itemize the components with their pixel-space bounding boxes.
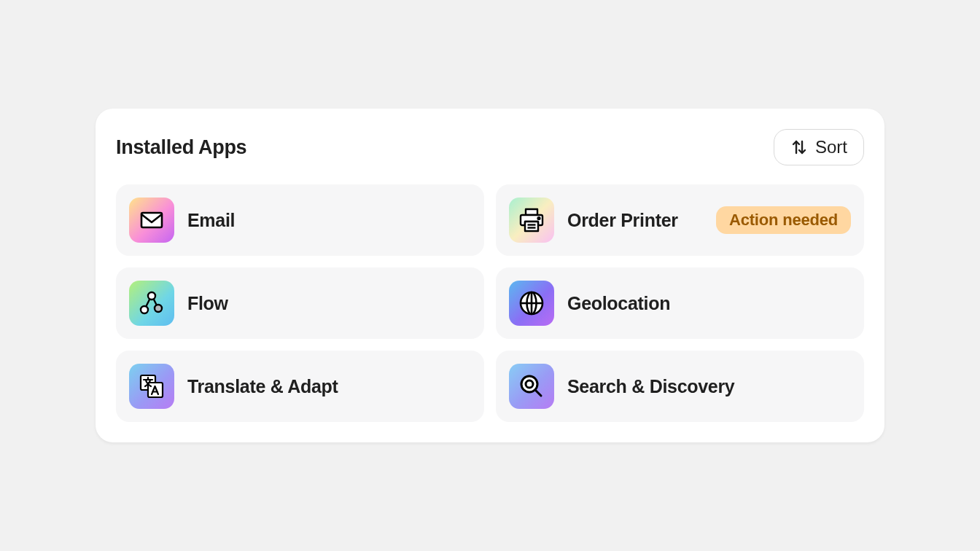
translate-icon	[129, 364, 174, 409]
svg-line-10	[154, 299, 158, 305]
svg-line-19	[536, 391, 542, 396]
app-item-flow[interactable]: Flow	[116, 267, 484, 339]
app-item-search-discovery[interactable]: Search & Discovery	[496, 351, 864, 422]
app-name: Translate & Adapt	[187, 376, 471, 397]
app-item-email[interactable]: Email	[116, 184, 484, 256]
svg-rect-1	[526, 209, 537, 215]
app-name: Search & Discovery	[567, 376, 851, 397]
svg-line-9	[146, 299, 150, 307]
svg-rect-16	[148, 383, 163, 397]
printer-icon	[509, 198, 554, 243]
status-badge: Action needed	[716, 206, 851, 234]
svg-point-3	[538, 217, 540, 219]
card-header: Installed Apps Sort	[116, 129, 864, 165]
app-item-translate-adapt[interactable]: Translate & Adapt	[116, 351, 484, 422]
svg-rect-2	[525, 222, 538, 231]
card-title: Installed Apps	[116, 136, 246, 159]
apps-grid: Email Order Printer Action needed	[116, 184, 864, 422]
search-icon	[509, 364, 554, 409]
svg-point-7	[141, 306, 148, 313]
installed-apps-card: Installed Apps Sort Email	[96, 109, 884, 442]
app-name: Email	[187, 210, 471, 231]
sort-button[interactable]: Sort	[774, 129, 864, 165]
sort-button-label: Sort	[815, 137, 847, 157]
sort-icon	[790, 138, 808, 156]
app-item-geolocation[interactable]: Geolocation	[496, 267, 864, 339]
app-name: Order Printer	[567, 210, 703, 231]
flow-icon	[129, 281, 174, 326]
app-name: Flow	[187, 293, 471, 314]
globe-icon	[509, 281, 554, 326]
app-name: Geolocation	[567, 293, 851, 314]
email-icon	[129, 198, 174, 243]
app-item-order-printer[interactable]: Order Printer Action needed	[496, 184, 864, 256]
svg-rect-0	[141, 213, 162, 227]
svg-point-8	[155, 305, 162, 312]
